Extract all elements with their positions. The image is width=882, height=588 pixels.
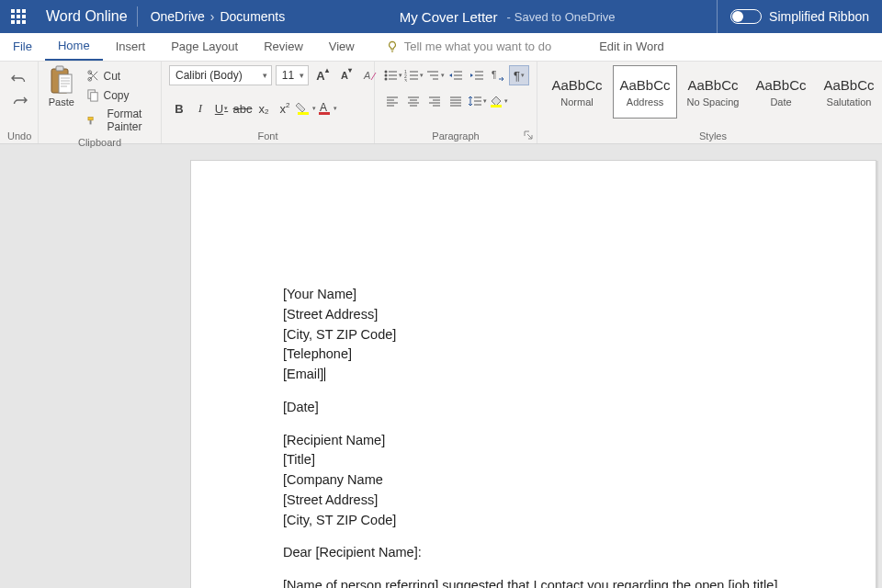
sender-line[interactable]: [City, ST ZIP Code] [283,325,784,345]
date-line[interactable]: [Date] [283,398,784,418]
paste-button[interactable]: Paste [46,65,77,107]
body-paragraph: [Name of person referring] suggested tha… [283,576,784,588]
dialog-launcher-icon [524,130,533,140]
tab-page-layout[interactable]: Page Layout [158,32,251,61]
breadcrumb-folder[interactable]: Documents [220,9,285,24]
bullets-icon [383,69,398,82]
svg-point-14 [384,74,387,77]
chevron-down-icon: ▾ [300,71,304,80]
format-painter-button[interactable]: Format Painter [83,106,154,135]
style-card-date[interactable]: AaBbCcDate [749,65,813,119]
text-direction-button[interactable]: ¶ [488,65,508,85]
recipient-line[interactable]: [City, ST ZIP Code] [283,511,784,531]
sender-line[interactable]: [Street Address] [283,305,784,325]
sender-line[interactable]: [Your Name] [283,285,784,305]
date-block: [Date] [283,398,784,418]
style-name: Date [770,96,791,107]
font-size-combo[interactable]: 11▾ [276,65,309,85]
document-title[interactable]: My Cover Letter [400,9,498,25]
style-card-no-spacing[interactable]: AaBbCcNo Spacing [681,65,745,119]
breadcrumb-root[interactable]: OneDrive [151,9,205,24]
recipient-line[interactable]: [Recipient Name] [283,431,784,451]
tab-home[interactable]: Home [45,32,103,61]
tab-insert[interactable]: Insert [103,32,159,61]
svg-text:3: 3 [404,78,407,82]
style-sample: AaBbCc [552,77,603,93]
svg-rect-10 [298,112,309,115]
style-name: No Spacing [687,96,740,107]
superscript-button[interactable]: x2 [275,98,295,119]
highlight-icon [296,101,311,116]
salutation-block: Dear [Recipient Name]: [283,543,784,563]
body-text[interactable]: [Name of person referring] suggested tha… [283,576,784,588]
title-bar: Word Online OneDrive › Documents My Cove… [0,0,882,33]
copy-button[interactable]: Copy [83,86,154,104]
tell-me-search[interactable]: Tell me what you want to do [373,32,564,61]
align-right-button[interactable] [424,91,445,111]
app-launcher-icon[interactable] [0,0,37,33]
subscript-button[interactable]: x2 [254,98,274,119]
document-canvas[interactable]: [Your Name] [Street Address] [City, ST Z… [0,144,882,588]
grow-font-button[interactable]: A▴ [312,65,333,85]
italic-button[interactable]: I [190,98,210,119]
underline-button[interactable]: U▾ [211,98,232,119]
redo-button[interactable] [7,93,31,109]
indent-icon [469,69,484,82]
highlight-button[interactable]: ▾ [296,98,316,119]
clipboard-group: Paste Cut Copy Format Painter Clipboard [39,62,162,143]
sender-line[interactable]: [Email] [283,365,784,385]
svg-text:A: A [363,70,370,81]
align-center-button[interactable] [403,91,424,111]
shading-button[interactable]: ▾ [488,91,508,111]
recipient-line[interactable]: [Street Address] [283,491,784,511]
sender-line[interactable]: [Telephone] [283,345,784,365]
font-group: Calibri (Body)▾ 11▾ A▴ A▾ A B I U▾ abc x… [162,62,375,143]
tab-file[interactable]: File [0,32,45,61]
ltr-icon: ¶ [491,69,505,82]
recipient-block: [Recipient Name] [Title] [Company Name [… [283,431,784,531]
numbering-button[interactable]: 123▾ [403,65,424,85]
justify-button[interactable] [446,91,466,111]
svg-rect-6 [90,93,97,101]
show-marks-button[interactable]: ¶▾ [509,65,529,85]
style-card-normal[interactable]: AaBbCcNormal [545,65,609,119]
paragraph-dialog-launcher[interactable] [524,130,533,140]
align-center-icon [407,96,420,107]
style-name: Normal [560,96,593,107]
strikethrough-button[interactable]: abc [232,98,253,119]
svg-text:¶: ¶ [492,70,496,80]
tab-review[interactable]: Review [251,32,316,61]
decrease-indent-button[interactable] [446,65,466,85]
edit-in-word[interactable]: Edit in Word [586,32,677,61]
paintbrush-icon [86,114,96,128]
font-color-button[interactable]: A▾ [317,98,337,119]
page[interactable]: [Your Name] [Street Address] [City, ST Z… [191,161,876,588]
redo-icon [11,95,28,107]
bullets-button[interactable]: ▾ [382,65,402,85]
align-left-button[interactable] [382,91,402,111]
simplified-ribbon-toggle[interactable]: Simplified Ribbon [717,0,882,33]
multilevel-list-button[interactable]: ▾ [424,65,445,85]
style-card-salutation[interactable]: AaBbCcSalutation [817,65,881,119]
paint-bucket-icon [489,95,503,107]
font-family-combo[interactable]: Calibri (Body)▾ [169,65,272,85]
increase-indent-button[interactable] [467,65,487,85]
recipient-line[interactable]: [Title] [283,450,784,470]
ribbon-tabs: File Home Insert Page Layout Review View… [0,33,882,62]
undo-button[interactable] [7,71,31,87]
tab-view[interactable]: View [316,32,368,61]
svg-rect-7 [87,117,92,119]
cut-button[interactable]: Cut [83,67,154,85]
paragraph-group: ▾ 123▾ ▾ ¶ ¶▾ ▾ ▾ Paragraph [375,62,537,143]
salutation-line[interactable]: Dear [Recipient Name]: [283,543,784,563]
style-sample: AaBbCc [756,77,807,93]
font-color-icon: A [317,101,333,116]
toggle-switch-icon [730,9,762,24]
style-card-address[interactable]: AaBbCcAddress [613,65,677,119]
align-left-icon [386,96,399,107]
scissors-icon [86,69,100,83]
line-spacing-button[interactable]: ▾ [467,91,487,111]
recipient-line[interactable]: [Company Name [283,470,784,491]
bold-button[interactable]: B [169,98,189,119]
shrink-font-button[interactable]: A▾ [336,65,356,85]
